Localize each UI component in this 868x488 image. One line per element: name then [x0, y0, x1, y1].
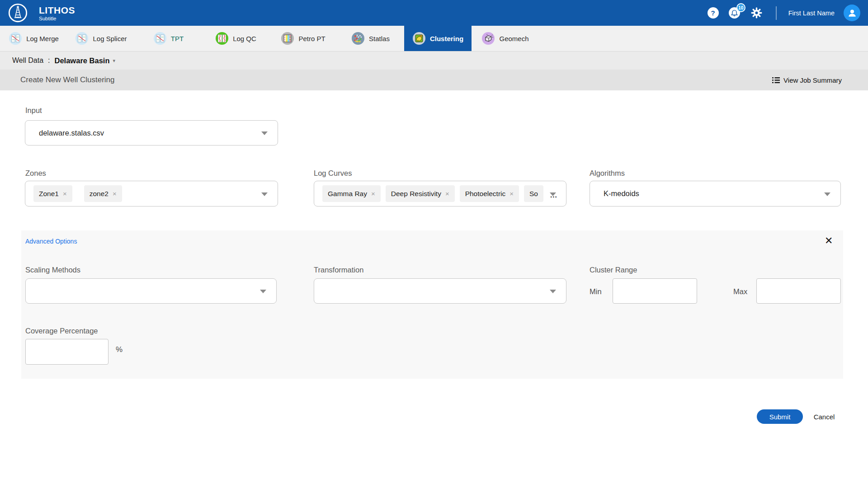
- app-subtitle: Subtitle: [39, 16, 75, 21]
- tab-label: Statlas: [369, 35, 390, 42]
- chip-label: Photoelectric: [465, 190, 506, 198]
- breadcrumb: Well Data : Delaware Basin ▾: [0, 52, 868, 70]
- close-icon[interactable]: ✕: [825, 236, 833, 246]
- chip-label: Gamma Ray: [328, 190, 367, 198]
- app-title: LITHOS: [39, 5, 75, 15]
- zone-chip: Zone1 ×: [33, 185, 72, 202]
- tab-petro-pt[interactable]: Petro PT: [269, 26, 337, 51]
- tpt-icon: [153, 32, 167, 45]
- log-splicer-icon: [75, 32, 89, 45]
- gear-icon: [751, 7, 762, 19]
- min-label: Min: [590, 287, 602, 296]
- cluster-range-label: Cluster Range: [590, 266, 637, 274]
- zones-multiselect[interactable]: Zone1 × zone2 ×: [25, 181, 278, 206]
- tab-label: Log QC: [233, 35, 256, 42]
- tab-label: TPT: [171, 35, 184, 42]
- chip-label: Deep Resistivity: [391, 190, 441, 198]
- submit-button[interactable]: Submit: [757, 409, 803, 424]
- tab-label: Geomech: [499, 35, 528, 42]
- view-job-summary-button[interactable]: View Job Summary: [772, 76, 842, 84]
- bell-icon: [731, 9, 738, 17]
- page-title: Create New Well Clustering: [20, 75, 114, 84]
- help-button[interactable]: ?: [708, 7, 719, 19]
- tab-log-merge[interactable]: Log Merge: [0, 26, 67, 51]
- tab-label: Clustering: [430, 35, 463, 42]
- tab-tpt[interactable]: TPT: [135, 26, 202, 51]
- section-header: Create New Well Clustering View Job Summ…: [0, 70, 868, 90]
- dropdown-arrow-icon: [550, 192, 556, 196]
- well-data-selector[interactable]: Delaware Basin: [55, 56, 110, 65]
- chip-remove-icon[interactable]: ×: [445, 190, 449, 197]
- coverage-percentage-input[interactable]: [25, 339, 108, 365]
- tab-label: Petro PT: [298, 35, 325, 42]
- dropdown-arrow-icon: [261, 131, 268, 135]
- cancel-button[interactable]: Cancel: [808, 409, 840, 424]
- tool-tab-bar: Log Merge Log Splicer TPT: [0, 26, 868, 52]
- statlas-icon: [351, 32, 365, 45]
- transformation-label: Transformation: [314, 266, 363, 274]
- geomech-icon: [481, 32, 495, 45]
- log-qc-icon: [215, 32, 229, 45]
- help-icon: ?: [711, 9, 715, 17]
- tab-clustering[interactable]: Clustering: [404, 26, 472, 51]
- chip-label: So: [529, 190, 538, 198]
- log-curve-chip: Gamma Ray ×: [322, 185, 381, 202]
- tab-geomech[interactable]: Geomech: [472, 26, 539, 51]
- chip-remove-icon[interactable]: ×: [63, 190, 67, 197]
- chip-label: Zone1: [39, 190, 59, 198]
- zones-label: Zones: [25, 169, 46, 178]
- user-avatar[interactable]: [844, 5, 860, 21]
- coverage-percentage-label: Coverage Percentage: [25, 327, 98, 335]
- breadcrumb-prefix: Well Data: [12, 56, 43, 65]
- input-dropdown-value: delaware.stalas.csv: [25, 129, 104, 137]
- chip-label: zone2: [90, 190, 108, 198]
- tab-log-splicer[interactable]: Log Splicer: [67, 26, 135, 51]
- percent-symbol: %: [116, 345, 123, 354]
- transformation-dropdown[interactable]: [314, 278, 566, 304]
- algorithms-dropdown[interactable]: K-medoids: [590, 181, 841, 206]
- settings-button[interactable]: [751, 7, 762, 19]
- breadcrumb-separator: :: [48, 56, 50, 65]
- dropdown-arrow-icon: [260, 290, 266, 293]
- log-curves-label: Log Curves: [314, 169, 352, 178]
- chip-remove-icon[interactable]: ×: [113, 190, 117, 197]
- max-label: Max: [733, 287, 747, 296]
- advanced-options-panel: Advanced Options ✕ Scaling Methods Trans…: [21, 230, 843, 379]
- algorithms-label: Algorithms: [590, 169, 625, 178]
- tab-log-qc[interactable]: Log QC: [202, 26, 269, 51]
- tab-label: Log Merge: [26, 35, 59, 42]
- cluster-range-max-input[interactable]: [756, 278, 841, 304]
- scaling-methods-dropdown[interactable]: [25, 278, 277, 304]
- scaling-methods-label: Scaling Methods: [25, 266, 80, 274]
- tab-label: Log Splicer: [93, 35, 127, 42]
- input-dropdown[interactable]: delaware.stalas.csv: [25, 120, 278, 145]
- chip-remove-icon[interactable]: ×: [371, 190, 375, 197]
- header-divider: [776, 6, 777, 20]
- view-job-summary-label: View Job Summary: [783, 76, 842, 84]
- dropdown-arrow-icon: [261, 192, 268, 196]
- derrick-logo-icon: [8, 3, 28, 23]
- chip-remove-icon[interactable]: ×: [509, 190, 514, 197]
- list-icon: [772, 77, 780, 84]
- clustering-icon: [412, 32, 426, 45]
- dropdown-arrow-icon: [824, 192, 830, 196]
- input-label: Input: [25, 106, 42, 115]
- tab-statlas[interactable]: Statlas: [337, 26, 404, 51]
- app-header: LITHOS Subtitle ? 10: [0, 0, 868, 26]
- log-curve-chip: Deep Resistivity ×: [386, 185, 455, 202]
- algorithms-dropdown-value: K-medoids: [590, 189, 639, 198]
- notifications-button[interactable]: 10: [729, 7, 740, 19]
- notification-badge: 10: [736, 3, 745, 12]
- log-curve-chip: Photoelectric ×: [460, 185, 519, 202]
- log-curve-chip-truncated: So: [524, 185, 543, 202]
- zone-chip: zone2 ×: [84, 185, 122, 202]
- petro-pt-icon: [281, 32, 294, 45]
- app-logo: [8, 3, 28, 23]
- chevron-down-icon[interactable]: ▾: [113, 58, 116, 64]
- advanced-options-link[interactable]: Advanced Options: [25, 238, 77, 245]
- log-merge-icon: [9, 32, 22, 45]
- person-icon: [847, 8, 857, 18]
- dropdown-arrow-icon: [550, 290, 556, 293]
- log-curves-multiselect[interactable]: Gamma Ray × Deep Resistivity × Photoelec…: [314, 181, 566, 206]
- cluster-range-min-input[interactable]: [613, 278, 697, 304]
